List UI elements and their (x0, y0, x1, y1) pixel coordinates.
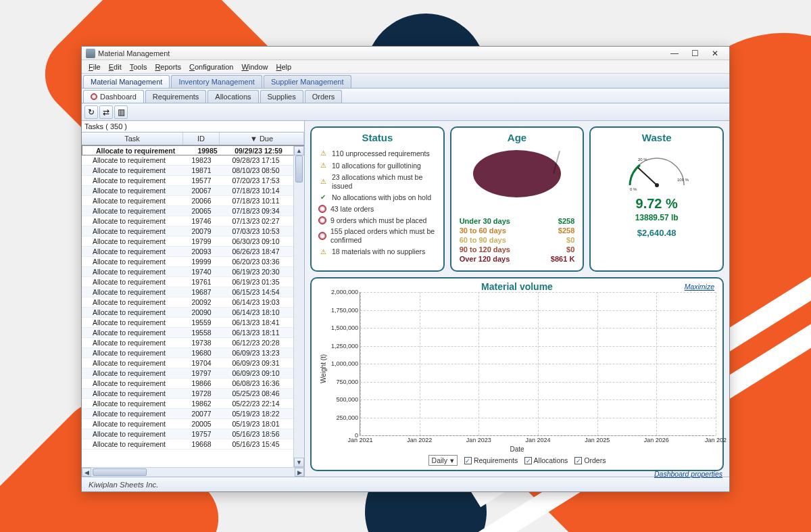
table-row[interactable]: Allocate to requirement1970406/09/23 09:… (82, 358, 304, 368)
menu-help[interactable]: Help (272, 62, 296, 72)
table-row[interactable]: Allocate to requirement2006607/18/23 10:… (82, 196, 304, 206)
tab-requirements[interactable]: Requirements (145, 90, 206, 103)
table-row[interactable]: Allocate to requirement1974607/13/23 02:… (82, 216, 304, 226)
table-row[interactable]: Allocate to requirement1957707/20/23 17:… (82, 176, 304, 186)
close-button[interactable]: ✕ (705, 47, 725, 59)
col-id[interactable]: ID (183, 132, 220, 145)
table-row[interactable]: Allocate to requirement2007907/03/23 10:… (82, 226, 304, 237)
table-row[interactable]: Allocate to requirement2007705/19/23 18:… (82, 409, 304, 419)
table-row[interactable]: Allocate to requirement1986205/22/23 22:… (82, 399, 304, 409)
menu-reports[interactable]: Reports (151, 62, 185, 72)
status-item[interactable]: 155 placed orders which must be confirme… (318, 226, 437, 245)
legend-orders[interactable]: ✓ Orders (574, 456, 606, 465)
table-row[interactable]: Allocate to requirement1975705/16/23 18:… (82, 429, 304, 439)
interval-label: Daily (432, 456, 447, 464)
tasks-header: Tasks ( 350 ) (82, 121, 304, 132)
legend-requirements[interactable]: ✓ Requirements (464, 456, 518, 465)
table-row[interactable]: Allocate to requirement2009306/26/23 18:… (82, 247, 304, 257)
table-row[interactable]: Allocate to requirement1999906/20/23 03:… (82, 257, 304, 267)
cell-task: Allocate to requirement (82, 440, 183, 448)
scroll-right-button[interactable]: ▶ (295, 468, 304, 477)
dashboard-properties-link[interactable]: Dashboard properties (654, 470, 722, 478)
menu-file[interactable]: File (84, 62, 105, 72)
table-row[interactable]: Allocate to requirement1968706/15/23 14:… (82, 287, 304, 297)
table-row[interactable]: Allocate to requirement1972805/25/23 08:… (82, 389, 304, 399)
cell-due: 06/14/23 19:03 (220, 298, 304, 306)
table-row[interactable]: Allocate to requirement1974006/19/23 20:… (82, 267, 304, 277)
table-row[interactable]: Allocate to requirement2006507/18/23 09:… (82, 206, 304, 216)
menu-tools[interactable]: Tools (126, 62, 151, 72)
status-item[interactable]: ⚠23 allocations which must be issued (318, 172, 437, 191)
menu-edit[interactable]: Edit (105, 62, 126, 72)
vertical-scrollbar[interactable]: ▲ ▼ (293, 146, 304, 467)
cell-id: 19757 (183, 430, 220, 438)
scroll-hthumb[interactable] (93, 468, 147, 476)
status-item[interactable]: 9 orders which must be placed (318, 215, 437, 226)
tab-allocations[interactable]: Allocations (207, 90, 258, 103)
legend-allocations[interactable]: ✓ Allocations (524, 456, 568, 465)
menu-configuration[interactable]: Configuration (185, 62, 237, 72)
cell-due: 06/14/23 18:10 (220, 308, 304, 316)
cell-id: 19559 (183, 318, 220, 327)
maximize-link[interactable]: Maximize (685, 283, 714, 291)
table-row[interactable]: Allocate to requirement1976106/19/23 01:… (82, 277, 304, 287)
table-row[interactable]: Allocate to requirement2009006/14/23 18:… (82, 308, 304, 318)
tab-inventory-management[interactable]: Inventory Management (171, 75, 262, 88)
table-row[interactable]: Allocate to requirement1986606/08/23 16:… (82, 379, 304, 389)
tab-dashboard[interactable]: Dashboard (83, 90, 144, 103)
minimize-button[interactable]: — (664, 47, 685, 59)
status-item[interactable]: 43 late orders (318, 203, 437, 215)
cell-task: Allocate to requirement (82, 278, 183, 286)
tab-orders[interactable]: Orders (305, 90, 343, 103)
age-label: 90 to 120 days (460, 245, 510, 253)
table-row[interactable]: Allocate to requirement2006707/18/23 10:… (82, 186, 304, 196)
checkbox-icon: ✓ (574, 457, 582, 464)
table-row[interactable]: Allocate to requirement1966805/16/23 15:… (82, 439, 304, 450)
cell-due: 07/18/23 09:34 (220, 207, 304, 215)
scroll-left-button[interactable]: ◀ (82, 468, 91, 477)
status-item[interactable]: ⚠110 unprocessed requirements (318, 147, 437, 160)
table-row[interactable]: Allocate to requirement1955806/13/23 18:… (82, 328, 304, 338)
col-due[interactable]: ▼ Due (220, 132, 304, 145)
table-row[interactable]: Allocate to requirement1979706/09/23 09:… (82, 368, 304, 379)
cell-task: Allocate to requirement (82, 187, 183, 195)
horizontal-scrollbar[interactable]: ◀ ▶ (82, 467, 304, 477)
table-row[interactable]: Allocate to requirement1968006/09/23 13:… (82, 348, 304, 358)
cell-id: 19797 (183, 369, 220, 377)
xtick: Jan 202 (705, 435, 727, 443)
cell-due: 06/19/23 20:30 (220, 268, 304, 276)
col-task[interactable]: Task (82, 132, 183, 145)
titlebar[interactable]: Material Management — ☐ ✕ (82, 47, 729, 60)
ytick: 750,000 (336, 379, 360, 385)
cell-task: Allocate to requirement (82, 197, 183, 205)
tab-material-management[interactable]: Material Management (83, 75, 170, 88)
scroll-thumb[interactable] (295, 155, 303, 183)
tab-supplier-management[interactable]: Supplier Management (264, 75, 351, 88)
interval-select[interactable]: Daily▾ (428, 455, 458, 466)
link-icon[interactable]: ⇄ (99, 105, 113, 119)
table-row[interactable]: Allocate to requirement1979906/30/23 09:… (82, 237, 304, 247)
section-tabs: Dashboard Requirements Allocations Suppl… (82, 89, 729, 103)
table-row[interactable]: Allocate to requirement1955906/13/23 18:… (82, 318, 304, 328)
tab-supplies[interactable]: Supplies (260, 90, 303, 103)
maximize-button[interactable]: ☐ (685, 47, 705, 59)
table-row[interactable]: Allocate to requirement1998509/29/23 12:… (82, 145, 304, 155)
status-item[interactable]: ✔No allocations with jobs on hold (318, 191, 437, 203)
table-row[interactable]: Allocate to requirement2009206/14/23 19:… (82, 297, 304, 308)
status-item[interactable]: ⚠10 allocations for guillotining (318, 160, 437, 172)
disc-icon (318, 232, 326, 240)
scroll-up-button[interactable]: ▲ (294, 146, 304, 155)
table-row[interactable]: Allocate to requirement1987108/10/23 08:… (82, 166, 304, 176)
table-row[interactable]: Allocate to requirement2000505/19/23 18:… (82, 419, 304, 429)
menu-window[interactable]: Window (237, 62, 272, 72)
cell-due: 06/20/23 03:36 (220, 258, 304, 266)
cell-task: Allocate to requirement (82, 268, 183, 276)
refresh-icon[interactable]: ↻ (84, 105, 98, 119)
table-row[interactable]: Allocate to requirement1982309/28/23 17:… (82, 155, 304, 166)
scroll-down-button[interactable]: ▼ (294, 458, 304, 467)
table-row[interactable]: Allocate to requirement1973806/12/23 20:… (82, 338, 304, 348)
status-item[interactable]: ⚠18 materials with no suppliers (318, 246, 437, 258)
grid-icon[interactable]: ▥ (114, 105, 128, 119)
cell-id: 19558 (183, 329, 220, 337)
cell-due: 05/16/23 15:45 (220, 440, 304, 448)
